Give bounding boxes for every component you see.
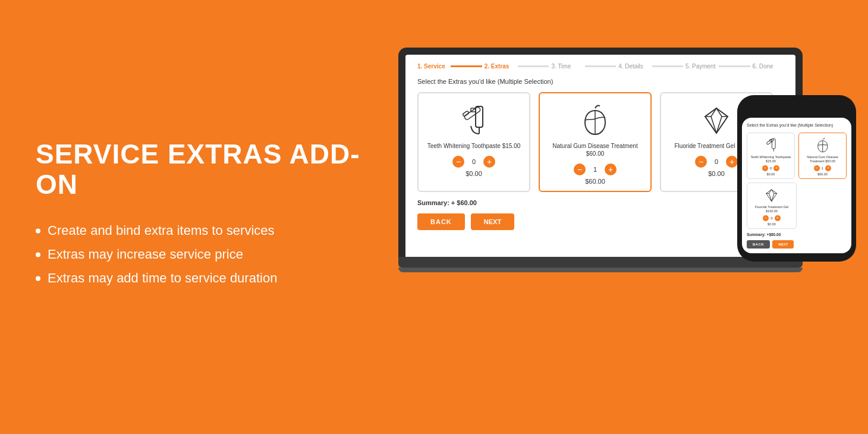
qty-control-2: − 1 + — [546, 163, 644, 175]
phone-qty-plus-2[interactable]: + — [825, 165, 831, 171]
phone-price-1: $0.00 — [750, 172, 792, 176]
progress-line-3 — [585, 65, 616, 67]
phone-cards-row-1: Teeth Whitening Toothpaste $15.00 − 0 + … — [747, 133, 847, 179]
phone-qty-value-2: 1 — [822, 166, 823, 170]
svg-marker-5 — [705, 108, 728, 133]
qty-minus-2[interactable]: − — [574, 163, 586, 175]
svg-line-7 — [716, 117, 722, 133]
phone-notch — [776, 103, 817, 114]
extra-price-2: $60.00 — [546, 178, 644, 185]
feature-item-1: Create and bind extra items to services — [36, 224, 380, 239]
phone-buttons: BACK NEXT — [747, 240, 847, 249]
phone-qty-value-1: 0 — [770, 166, 772, 170]
svg-marker-12 — [766, 190, 777, 202]
bullet-dot — [36, 253, 40, 257]
phone-diamond-icon — [750, 187, 794, 203]
qty-plus-1[interactable]: + — [483, 156, 495, 168]
phone-qty-plus-1[interactable]: + — [773, 165, 779, 171]
phone-card-2-name: Natural Gum Disease Treatment $60.00 — [801, 155, 844, 163]
qty-plus-3[interactable]: + — [726, 156, 738, 168]
phone-device: Select the Extras you'd like (Multiple S… — [737, 95, 856, 262]
progress-step-3: 3. Time — [551, 63, 582, 70]
qty-value-3: 0 — [712, 158, 721, 165]
phone-qty-minus-1[interactable]: − — [762, 165, 768, 171]
extra-card-2-name: Natural Gum Disease Treatment $60.00 — [546, 142, 644, 158]
phone-summary: Summary: +$60.00 — [747, 232, 847, 237]
svg-rect-0 — [476, 106, 483, 127]
feature-list: Create and bind extra items to services … — [36, 224, 380, 287]
phone-qty-plus-3[interactable]: + — [775, 215, 781, 221]
qty-control-1: − 0 + — [424, 156, 523, 168]
page-title: SERVICE EXTRAS ADD-ON — [36, 139, 380, 199]
extra-card-1-name: Teeth Whitening Toothpaste $15.00 — [424, 142, 523, 150]
bullet-dot — [36, 276, 40, 281]
summary-text: Summary: + $60.00 — [417, 199, 784, 206]
extra-card-1[interactable]: Teeth Whitening Toothpaste $15.00 − 0 + … — [417, 92, 530, 192]
phone-qty-minus-3[interactable]: − — [763, 215, 769, 221]
qty-value-1: 0 — [469, 158, 479, 165]
feature-item-2: Extras may increase service price — [36, 247, 380, 263]
qty-minus-1[interactable]: − — [452, 156, 464, 168]
extras-cards: Teeth Whitening Toothpaste $15.00 − 0 + … — [417, 92, 784, 192]
phone-qty-control-1: − 0 + — [750, 165, 792, 171]
select-extras-title: Select the Extras you'd like (Multiple S… — [417, 78, 784, 85]
svg-line-13 — [769, 194, 772, 202]
devices-container: 1. Service 2. Extras 3. Time 4. Details — [380, 0, 868, 434]
apple-icon — [546, 102, 644, 137]
phone-price-2: $60.00 — [801, 172, 844, 176]
progress-bar: 1. Service 2. Extras 3. Time 4. Details — [417, 63, 784, 70]
phone-toothpaste-icon — [750, 137, 792, 153]
phone-card-2[interactable]: Natural Gum Disease Treatment $60.00 − 1… — [798, 133, 847, 179]
progress-line-5 — [719, 65, 750, 67]
phone-qty-value-3: 0 — [770, 216, 772, 220]
svg-line-6 — [711, 117, 716, 133]
laptop-foot — [398, 268, 803, 272]
phone-select-title: Select the Extras you'd like (Multiple S… — [747, 122, 847, 128]
extra-price-1: $0.00 — [424, 170, 523, 177]
progress-step-1: 1. Service — [417, 63, 448, 70]
progress-step-4: 4. Details — [618, 63, 649, 70]
phone-outer: Select the Extras you'd like (Multiple S… — [737, 95, 856, 262]
phone-card-1-name: Teeth Whitening Toothpaste $15.00 — [750, 155, 792, 163]
left-content: SERVICE EXTRAS ADD-ON Create and bind ex… — [36, 139, 380, 294]
phone-card-3-name: Fluoride Treatment Gel $100.00 — [750, 205, 794, 213]
progress-line-1 — [451, 65, 482, 67]
phone-price-3: $0.00 — [750, 222, 794, 226]
progress-step-6: 6. Done — [753, 63, 784, 70]
svg-rect-4 — [463, 111, 469, 117]
qty-plus-2[interactable]: + — [605, 163, 617, 175]
back-button[interactable]: BACK — [417, 213, 465, 230]
extra-card-2[interactable]: Natural Gum Disease Treatment $60.00 − 1… — [539, 92, 652, 192]
phone-qty-control-3: − 0 + — [750, 215, 794, 221]
progress-line-2 — [518, 65, 549, 67]
phone-qty-minus-2[interactable]: − — [814, 165, 820, 171]
svg-line-14 — [772, 194, 774, 202]
qty-value-2: 1 — [590, 166, 600, 173]
progress-step-5: 5. Payment — [685, 63, 716, 70]
progress-step-2: 2. Extras — [485, 63, 515, 70]
phone-cards-row-2: Fluoride Treatment Gel $100.00 − 0 + $0.… — [747, 183, 847, 229]
phone-card-1[interactable]: Teeth Whitening Toothpaste $15.00 − 0 + … — [747, 133, 795, 179]
phone-apple-icon — [801, 137, 844, 153]
toothpaste-icon — [424, 102, 523, 137]
phone-card-3[interactable]: Fluoride Treatment Gel $100.00 − 0 + $0.… — [747, 183, 797, 229]
bullet-dot — [36, 229, 40, 234]
phone-qty-control-2: − 1 + — [801, 165, 844, 171]
phone-back-button[interactable]: BACK — [747, 240, 770, 249]
qty-minus-3[interactable]: − — [695, 156, 707, 168]
next-button[interactable]: NEXT — [471, 213, 514, 230]
feature-item-3: Extras may add time to service duration — [36, 271, 380, 287]
progress-line-4 — [652, 65, 683, 67]
bottom-buttons: BACK NEXT — [417, 213, 784, 230]
phone-screen: Select the Extras you'd like (Multiple S… — [742, 118, 851, 253]
phone-next-button[interactable]: NEXT — [772, 240, 794, 249]
